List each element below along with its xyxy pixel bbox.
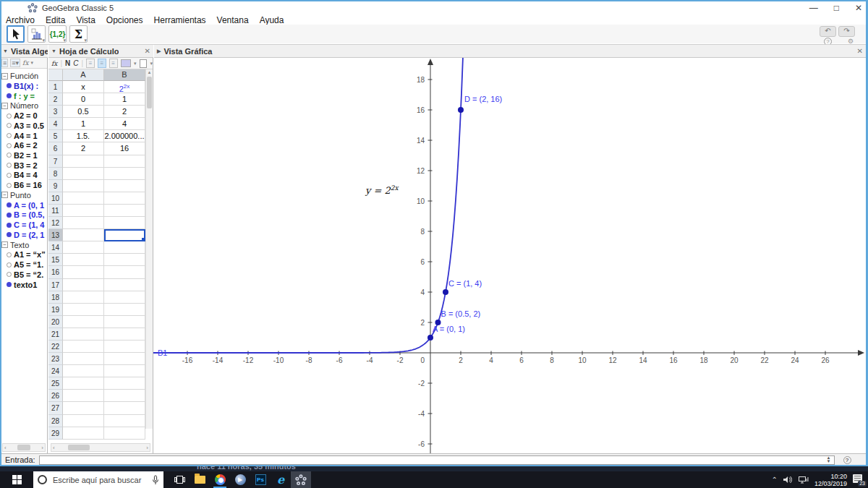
algebra-object[interactable]: B5 = “2. [1, 270, 47, 280]
cell-B15[interactable] [104, 254, 145, 266]
collapse-box-icon[interactable]: − [1, 73, 8, 80]
visibility-dot-on-icon[interactable] [7, 83, 12, 88]
function-plot[interactable]: -16-14-12-10-8-6-4-224681012141618202224… [153, 58, 865, 453]
chart-analysis-tool-button[interactable]: ▾ [27, 25, 46, 43]
function-wizard-icon[interactable]: fx [51, 60, 57, 67]
cell-B22[interactable] [104, 341, 145, 353]
cell-A18[interactable] [63, 291, 104, 304]
row-header-5[interactable]: 5 [48, 130, 63, 142]
algebra-object[interactable]: A5 = “1. [1, 260, 47, 270]
cell-A25[interactable] [63, 377, 104, 390]
visibility-dot-on-icon[interactable] [7, 213, 12, 218]
row-header-21[interactable]: 21 [48, 328, 63, 341]
cell-A5[interactable]: 1.5. [63, 130, 104, 142]
cell-B24[interactable] [104, 365, 145, 377]
algebra-object[interactable]: B4 = 4 [1, 171, 47, 181]
row-header-14[interactable]: 14 [48, 241, 63, 254]
cell-A11[interactable] [63, 205, 104, 217]
cell-A12[interactable] [63, 217, 104, 229]
cell-B13[interactable] [104, 229, 145, 241]
geogebra-taskbar-button[interactable] [291, 471, 311, 488]
cell-B6[interactable]: 16 [104, 142, 145, 155]
row-header-4[interactable]: 4 [48, 118, 63, 130]
visibility-dot-off-icon[interactable] [7, 143, 12, 148]
cell-A27[interactable] [63, 402, 104, 414]
visibility-dot-off-icon[interactable] [7, 252, 12, 257]
move-tool-button[interactable] [7, 25, 25, 43]
row-header-11[interactable]: 11 [48, 205, 63, 217]
notification-center-button[interactable]: 23 [853, 474, 865, 485]
cell-A4[interactable]: 1 [63, 118, 104, 130]
undo-button[interactable]: ↶ [820, 26, 836, 37]
sheet-corner[interactable] [48, 69, 63, 81]
cell-A24[interactable] [63, 365, 104, 377]
row-header-26[interactable]: 26 [48, 390, 63, 402]
visibility-dot-on-icon[interactable] [7, 232, 12, 237]
row-header-6[interactable]: 6 [48, 142, 63, 155]
algebra-object[interactable]: A3 = 0.5 [1, 121, 47, 131]
visibility-dot-on-icon[interactable] [7, 223, 12, 228]
cell-B7[interactable] [104, 155, 145, 168]
function-curve[interactable] [153, 58, 463, 353]
point-B[interactable] [435, 320, 441, 325]
row-header-27[interactable]: 27 [48, 402, 63, 414]
menu-item-archivo[interactable]: Archivo [6, 15, 35, 25]
menu-item-edita[interactable]: Edita [46, 15, 65, 25]
cell-B16[interactable] [104, 266, 145, 278]
algebra-object[interactable]: B3 = 2 [1, 160, 47, 171]
algebra-object[interactable]: B = (0.5, [1, 210, 47, 221]
collapse-box-icon[interactable]: − [1, 192, 8, 198]
row-header-2[interactable]: 2 [48, 93, 63, 106]
algebra-object[interactable]: D = (2, 1 [1, 230, 47, 240]
network-icon[interactable] [799, 476, 809, 484]
bold-button[interactable]: N [65, 59, 70, 67]
cell-A6[interactable]: 2 [63, 142, 104, 155]
cell-B21[interactable] [104, 328, 145, 341]
file-explorer-button[interactable] [190, 471, 210, 488]
cell-A22[interactable] [63, 341, 104, 353]
cell-B14[interactable] [104, 241, 145, 254]
graphics-view-panel[interactable]: -16-14-12-10-8-6-4-224681012141618202224… [153, 58, 865, 453]
speaker-icon[interactable] [783, 476, 793, 484]
cell-A20[interactable] [63, 316, 104, 328]
cell-B2[interactable]: 1 [104, 93, 145, 106]
internet-explorer-button[interactable]: e [271, 471, 291, 488]
cell-A7[interactable] [63, 155, 104, 168]
menu-item-ventana[interactable]: Ventana [217, 15, 249, 25]
point-C[interactable] [443, 289, 448, 295]
visibility-dot-on-icon[interactable] [7, 282, 12, 287]
visibility-dot-on-icon[interactable] [7, 202, 12, 207]
cell-B11[interactable] [104, 205, 145, 217]
visibility-dot-off-icon[interactable] [7, 114, 12, 119]
fx-style-icon[interactable]: fx [22, 59, 28, 67]
row-header-25[interactable]: 25 [48, 377, 63, 390]
spreadsheet-vscrollbar[interactable]: ▴ [145, 69, 153, 429]
row-header-12[interactable]: 12 [48, 217, 63, 229]
cell-B5[interactable]: 2.000000... [104, 130, 145, 142]
visibility-dot-off-icon[interactable] [7, 262, 12, 267]
expand-triangle-icon[interactable]: ▶ [157, 48, 161, 54]
row-header-8[interactable]: 8 [48, 168, 63, 180]
cell-B8[interactable] [104, 168, 145, 180]
cell-A2[interactable]: 0 [63, 93, 104, 106]
column-header-B[interactable]: B [104, 69, 145, 81]
aux-objects-icon[interactable]: ≡ [1, 59, 8, 67]
cell-A9[interactable] [63, 180, 104, 192]
algebra-object[interactable]: B6 = 16 [1, 180, 47, 190]
menu-item-opciones[interactable]: Opciones [106, 15, 143, 25]
spreadsheet-hscrollbar[interactable]: ‹› [51, 443, 150, 452]
row-header-24[interactable]: 24 [48, 365, 63, 377]
cell-color-icon[interactable] [121, 59, 131, 67]
visibility-dot-off-icon[interactable] [7, 183, 12, 188]
row-header-17[interactable]: 17 [48, 279, 63, 291]
microphone-icon[interactable] [152, 475, 159, 485]
cell-B3[interactable]: 2 [104, 106, 145, 118]
row-header-10[interactable]: 10 [48, 192, 63, 205]
algebra-object[interactable]: A6 = 2 [1, 140, 47, 150]
align-left-icon[interactable]: ≡ [86, 59, 95, 68]
menu-item-herramientas[interactable]: Herramientas [154, 15, 206, 25]
row-header-16[interactable]: 16 [48, 266, 63, 278]
italic-button[interactable]: C [73, 59, 78, 67]
visibility-dot-off-icon[interactable] [7, 153, 12, 158]
row-header-23[interactable]: 23 [48, 353, 63, 365]
